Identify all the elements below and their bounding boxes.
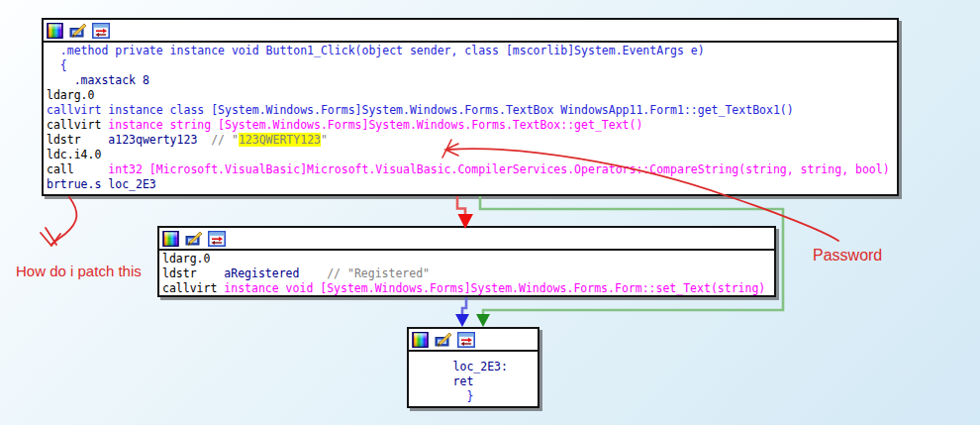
palette-icon-glyph xyxy=(162,231,179,247)
code-line: callvirt instance void [System.Windows.F… xyxy=(162,281,774,296)
code-segment xyxy=(299,266,327,280)
edit-icon[interactable] xyxy=(435,332,452,348)
graph-canvas: .method private instance void Button1_Cl… xyxy=(0,0,980,425)
node-toolbar xyxy=(409,329,538,352)
edit-icon-glyph xyxy=(185,231,203,247)
annotation-password: Password xyxy=(813,247,882,265)
code-segment: int32 [Microsoft.VisualBasic]Microsoft.V… xyxy=(108,162,889,176)
il-code-registered: ldarg.0ldstr aRegistered // "Registered"… xyxy=(159,251,774,296)
switch-view-icon[interactable] xyxy=(208,231,226,247)
switch-view-icon-glyph xyxy=(208,231,226,247)
edge-red xyxy=(457,196,465,215)
highlighted-string: 123QWERTY123 xyxy=(239,133,321,147)
code-block-method[interactable]: .method private instance void Button1_Cl… xyxy=(42,18,899,196)
palette-icon-glyph xyxy=(412,332,429,348)
code-segment: // "Registered" xyxy=(327,266,430,280)
code-line: ret xyxy=(412,374,538,389)
code-line: ldstr a123qwerty123 // "123QWERTY123" xyxy=(47,133,897,148)
code-segment: ldarg.0 xyxy=(162,252,210,266)
code-segment: .maxstack 8 xyxy=(47,73,149,87)
code-line: .maxstack 8 xyxy=(47,73,897,88)
code-line: .method private instance void Button1_Cl… xyxy=(47,44,897,58)
code-line: brtrue.s loc_2E3 xyxy=(47,177,897,192)
palette-icon-glyph xyxy=(47,23,63,39)
edit-icon-glyph xyxy=(69,23,87,39)
code-segment: aRegistered xyxy=(224,266,299,280)
edit-icon[interactable] xyxy=(185,231,203,247)
code-segment: instance void [System.Windows.Forms]Syst… xyxy=(224,281,765,295)
node-toolbar xyxy=(44,20,897,43)
code-line: ldc.i4.0 xyxy=(47,148,897,162)
edit-icon[interactable] xyxy=(69,23,87,39)
il-code-ret: loc_2E3: ret } xyxy=(409,352,538,404)
palette-icon[interactable] xyxy=(47,23,64,39)
code-segment: ldstr xyxy=(47,133,108,147)
code-segment: callvirt xyxy=(162,281,224,295)
code-segment: brtrue.s loc_2E3 xyxy=(47,177,156,191)
switch-view-icon-glyph xyxy=(457,332,475,348)
code-segment xyxy=(197,133,211,147)
edge-blue xyxy=(462,297,466,315)
code-segment: ret xyxy=(412,374,473,388)
il-code-method: .method private instance void Button1_Cl… xyxy=(44,43,897,192)
code-segment: instance string [System.Windows.Forms]Sy… xyxy=(108,118,642,132)
code-segment: ldarg.0 xyxy=(47,88,94,102)
code-line: callvirt instance string [System.Windows… xyxy=(47,118,897,133)
patch-annotation-arrowhead xyxy=(41,228,60,246)
edge-green-arrowhead xyxy=(476,314,490,327)
node-toolbar xyxy=(159,228,774,251)
code-segment: a123qwerty123 xyxy=(108,133,197,147)
palette-icon[interactable] xyxy=(412,332,430,348)
code-segment: callvirt instance class [System.Windows.… xyxy=(47,103,794,117)
code-segment: ldc.i4.0 xyxy=(47,148,101,161)
code-line: ldarg.0 xyxy=(47,88,897,103)
code-line: callvirt instance class [System.Windows.… xyxy=(47,103,897,118)
switch-view-icon-glyph xyxy=(92,23,110,39)
code-segment: loc_2E3: xyxy=(412,360,508,373)
code-segment: .method private instance void Button1_Cl… xyxy=(47,44,705,57)
code-segment: // " xyxy=(211,133,239,147)
code-line: { xyxy=(47,58,897,73)
annotation-how-to-patch: How do i patch this xyxy=(16,263,142,279)
code-segment: ldstr xyxy=(162,266,224,280)
code-block-ret[interactable]: loc_2E3: ret } xyxy=(407,327,539,408)
code-segment: " xyxy=(321,133,328,147)
edge-blue-arrowhead xyxy=(455,314,469,327)
code-segment: } xyxy=(412,389,473,403)
code-line: } xyxy=(412,389,538,404)
code-block-registered[interactable]: ldarg.0ldstr aRegistered // "Registered"… xyxy=(157,226,776,297)
code-segment: call xyxy=(47,162,108,176)
code-segment: callvirt xyxy=(47,118,108,132)
switch-view-icon[interactable] xyxy=(457,332,475,348)
code-line: ldstr aRegistered // "Registered" xyxy=(162,266,774,281)
code-line: ldarg.0 xyxy=(162,252,774,266)
switch-view-icon[interactable] xyxy=(92,23,110,39)
code-line: loc_2E3: xyxy=(412,360,538,374)
palette-icon[interactable] xyxy=(162,231,180,247)
code-line: call int32 [Microsoft.VisualBasic]Micros… xyxy=(47,162,897,177)
patch-annotation-curve xyxy=(51,197,76,245)
code-segment: { xyxy=(47,58,67,72)
edit-icon-glyph xyxy=(435,332,452,348)
